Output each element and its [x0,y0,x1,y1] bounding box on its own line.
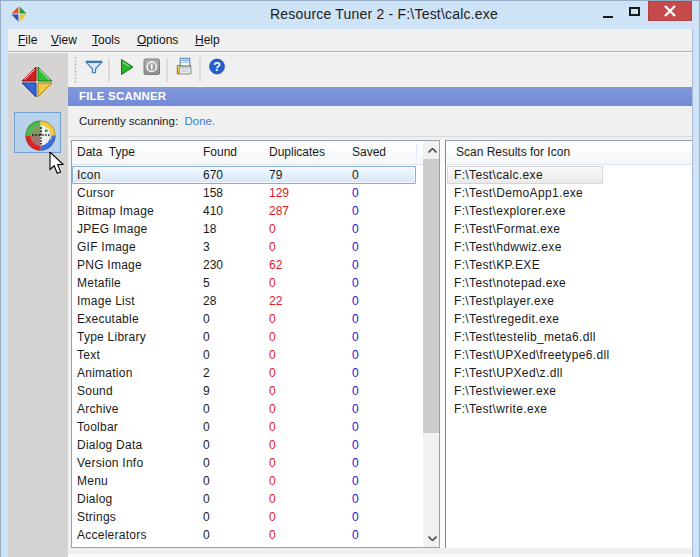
svg-text:?: ? [213,60,221,74]
